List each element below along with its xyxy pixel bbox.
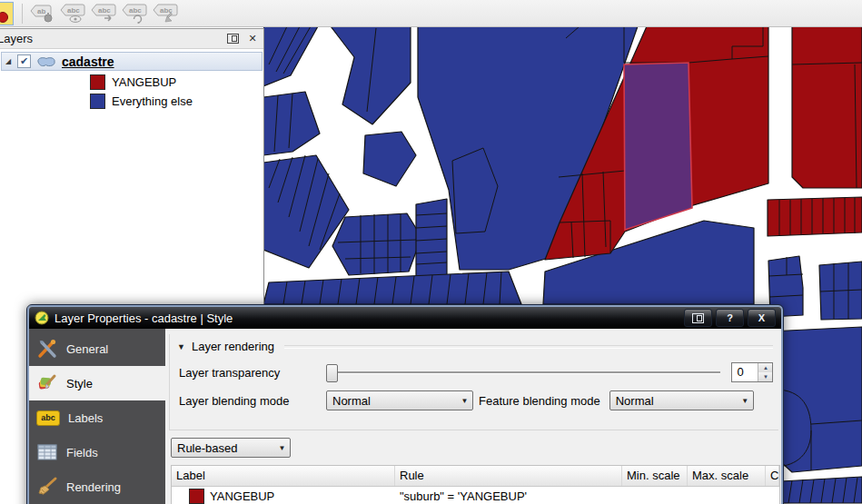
show-hide-labels-icon[interactable]: abc	[60, 3, 87, 25]
col-min-scale[interactable]: Min. scale	[622, 466, 688, 486]
rule-swatch-red	[189, 489, 204, 504]
svg-text:abc: abc	[129, 6, 142, 15]
combo-value: Rule-based	[172, 441, 274, 455]
toolbar-separator	[22, 4, 23, 24]
tab-style[interactable]: Style	[29, 366, 165, 400]
feature-blend-label: Feature blending mode	[479, 394, 600, 408]
tab-label: Style	[66, 377, 93, 390]
legend-item-yangebup[interactable]: YANGEBUP	[0, 74, 263, 90]
chevron-down-icon: ▼	[274, 444, 290, 452]
legend-label: YANGEBUP	[112, 75, 176, 89]
general-icon	[36, 338, 58, 360]
pin-labels-icon[interactable]: ab	[29, 3, 56, 25]
col-count-partial[interactable]: C	[766, 466, 779, 486]
label-toolbar: ab abc abc abc abc	[0, 0, 862, 27]
properties-sidebar: General Style abc Labels	[29, 329, 165, 504]
spin-down-icon[interactable]: ▼	[758, 372, 772, 381]
dialog-titlebar[interactable]: Layer Properties - cadastre | Style ? X	[29, 307, 781, 329]
transparency-spinbox[interactable]: 0 ▲ ▼	[731, 362, 773, 382]
tab-label: Labels	[68, 411, 103, 425]
chevron-down-icon: ▼	[457, 397, 472, 405]
fields-icon	[36, 442, 58, 462]
layer-item-cadastre[interactable]: ◢ ✔ cadastre	[1, 52, 263, 71]
svg-text:abc: abc	[98, 6, 111, 15]
expander-icon[interactable]: ◢	[4, 58, 13, 65]
rule-expression: "suburb" = 'YANGEBUP'	[395, 489, 622, 503]
layers-panel-header: Layers ✕	[0, 29, 263, 49]
group-title: Layer rendering	[192, 340, 274, 353]
transparency-label: Layer transparency	[179, 366, 326, 380]
layer-name: cadastre	[62, 54, 114, 69]
polygon-layer-icon	[35, 55, 57, 68]
change-label-icon[interactable]: abc	[153, 3, 180, 25]
close-button[interactable]: X	[748, 309, 776, 327]
col-rule[interactable]: Rule	[395, 466, 622, 486]
rule-label: YANGEBUP	[210, 489, 274, 503]
layer-tree: ◢ ✔ cadastre YANGEBUP Everything else	[0, 49, 263, 109]
combo-value: Normal	[327, 394, 457, 408]
col-label[interactable]: Label	[172, 466, 395, 486]
col-max-scale[interactable]: Max. scale	[688, 466, 766, 486]
tab-general[interactable]: General	[29, 331, 165, 366]
panel-float-button[interactable]	[225, 33, 240, 45]
rules-table[interactable]: Label Rule Min. scale Max. scale C YANGE…	[171, 465, 780, 504]
whats-this-button[interactable]	[684, 309, 712, 327]
layer-properties-dialog: Layer Properties - cadastre | Style ? X …	[27, 305, 783, 504]
legend-swatch-red	[90, 74, 105, 90]
collapse-triangle-icon[interactable]: ▼	[177, 342, 185, 351]
feature-blend-combo[interactable]: Normal ▼	[609, 390, 754, 410]
layers-panel-title: Layers	[0, 32, 220, 45]
layer-blend-label: Layer blending mode	[179, 394, 326, 408]
rendering-icon	[36, 476, 58, 498]
help-button[interactable]: ?	[716, 309, 744, 327]
legend-swatch-blue	[90, 94, 105, 109]
labels-icon: abc	[36, 410, 60, 426]
layer-blend-combo[interactable]: Normal ▼	[326, 390, 473, 410]
layer-visibility-checkbox[interactable]: ✔	[17, 54, 31, 68]
dialog-title: Layer Properties - cadastre | Style	[54, 311, 680, 325]
rule-row-yangebup[interactable]: YANGEBUP "suburb" = 'YANGEBUP'	[172, 487, 779, 504]
panel-close-button[interactable]: ✕	[245, 33, 260, 45]
qgis-icon	[35, 311, 49, 325]
rotate-label-icon[interactable]: abc	[122, 3, 149, 25]
legend-label: Everything else	[112, 94, 193, 108]
move-label-icon[interactable]: abc	[91, 3, 118, 25]
selected-parcel	[624, 63, 692, 230]
layer-rendering-group: ▼ Layer rendering Layer transparency 0 ▲…	[169, 334, 778, 430]
labeling-options-icon[interactable]	[0, 2, 14, 25]
rules-table-header: Label Rule Min. scale Max. scale C	[172, 466, 779, 487]
tab-labels[interactable]: abc Labels	[29, 400, 165, 435]
style-tab-content: ▼ Layer rendering Layer transparency 0 ▲…	[165, 329, 786, 504]
combo-value: Normal	[610, 394, 738, 408]
transparency-value: 0	[732, 363, 758, 381]
slider-handle[interactable]	[326, 364, 338, 382]
tab-rendering[interactable]: Rendering	[29, 469, 165, 504]
legend-item-everything-else[interactable]: Everything else	[0, 93, 263, 109]
spin-up-icon[interactable]: ▲	[758, 363, 772, 372]
renderer-type-combo[interactable]: Rule-based ▼	[171, 438, 291, 458]
chevron-down-icon: ▼	[738, 397, 753, 405]
tab-label: Rendering	[66, 480, 121, 494]
style-icon	[36, 372, 58, 394]
tab-fields[interactable]: Fields	[29, 435, 165, 469]
tab-label: General	[66, 342, 108, 356]
transparency-slider[interactable]	[326, 363, 722, 381]
svg-text:ab: ab	[37, 7, 45, 15]
tab-label: Fields	[66, 446, 98, 460]
svg-text:abc: abc	[67, 6, 80, 15]
